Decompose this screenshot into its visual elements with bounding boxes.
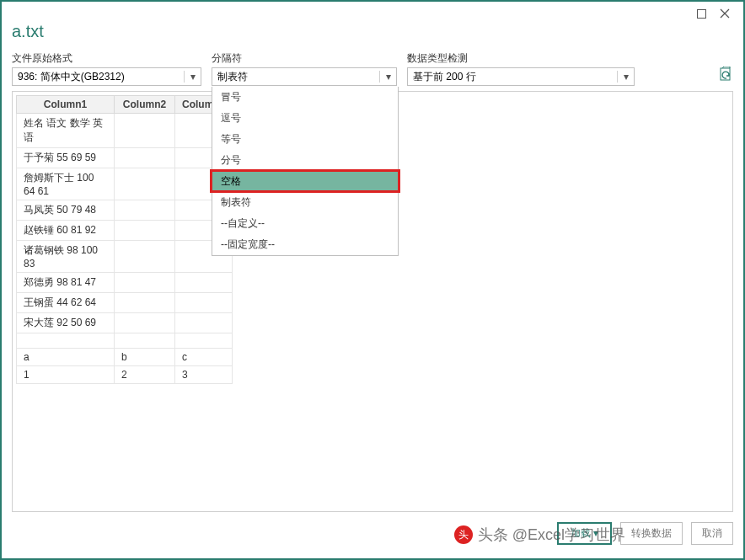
- watermark: 头 头条 @Excel学习世界: [454, 525, 625, 545]
- delimiter-option[interactable]: --自定义--: [212, 213, 398, 234]
- watermark-icon: 头: [454, 525, 473, 544]
- preview-table: Column1 Column2 Column3 姓名 语文 数学 英语于予菊 5…: [16, 95, 233, 384]
- delimiter-option-selected[interactable]: 空格: [212, 171, 398, 192]
- delimiter-option[interactable]: 逗号: [212, 108, 398, 129]
- page-title: a.txt: [12, 22, 733, 41]
- table-row[interactable]: 123: [17, 366, 233, 384]
- file-origin-value: 936: 简体中文(GB2312): [18, 70, 125, 84]
- table-row[interactable]: 宋大莲 92 50 69: [17, 313, 233, 333]
- maximize-button[interactable]: [689, 4, 713, 23]
- detection-label: 数据类型检测: [407, 51, 635, 66]
- table-row[interactable]: 姓名 语文 数学 英语: [17, 114, 233, 148]
- delimiter-dropdown[interactable]: 制表符 ▾ 冒号 逗号 等号 分号 空格 制表符 --自定义-- --固定宽度-…: [212, 67, 397, 86]
- table-row[interactable]: 郑德勇 98 81 47: [17, 273, 233, 293]
- table-row[interactable]: 赵铁锤 60 81 92: [17, 221, 233, 241]
- table-row[interactable]: 詹姆斯下士 100 64 61: [17, 168, 233, 200]
- svg-rect-0: [697, 9, 705, 18]
- table-row[interactable]: 于予菊 55 69 59: [17, 148, 233, 168]
- watermark-text: 头条 @Excel学习世界: [478, 525, 625, 545]
- column-header[interactable]: Column1: [17, 96, 115, 114]
- delimiter-popup: 冒号 逗号 等号 分号 空格 制表符 --自定义-- --固定宽度--: [212, 87, 399, 256]
- chevron-down-icon: ▾: [184, 71, 197, 83]
- delimiter-option[interactable]: 分号: [212, 150, 398, 171]
- table-row[interactable]: 诸葛钢铁 98 100 83: [17, 241, 233, 273]
- refresh-icon[interactable]: [718, 67, 733, 86]
- file-origin-label: 文件原始格式: [12, 51, 201, 66]
- chevron-down-icon: ▾: [617, 71, 630, 83]
- file-origin-dropdown[interactable]: 936: 简体中文(GB2312) ▾: [12, 67, 201, 86]
- delimiter-option[interactable]: 冒号: [212, 87, 398, 108]
- table-row[interactable]: 马凤英 50 79 48: [17, 200, 233, 221]
- delimiter-value: 制表符: [217, 70, 248, 84]
- chevron-down-icon: ▾: [379, 71, 393, 83]
- delimiter-label: 分隔符: [212, 51, 397, 66]
- table-row[interactable]: 王钢蛋 44 62 64: [17, 293, 233, 313]
- table-row[interactable]: abc: [17, 349, 233, 366]
- delimiter-option[interactable]: --固定宽度--: [212, 234, 398, 255]
- detection-value: 基于前 200 行: [413, 70, 476, 84]
- column-header[interactable]: Column2: [115, 96, 175, 114]
- close-button[interactable]: [713, 4, 737, 23]
- detection-dropdown[interactable]: 基于前 200 行 ▾: [407, 67, 635, 86]
- delimiter-option[interactable]: 制表符: [212, 192, 398, 213]
- transform-button[interactable]: 转换数据: [620, 522, 683, 545]
- cancel-button[interactable]: 取消: [691, 522, 733, 545]
- delimiter-option[interactable]: 等号: [212, 129, 398, 150]
